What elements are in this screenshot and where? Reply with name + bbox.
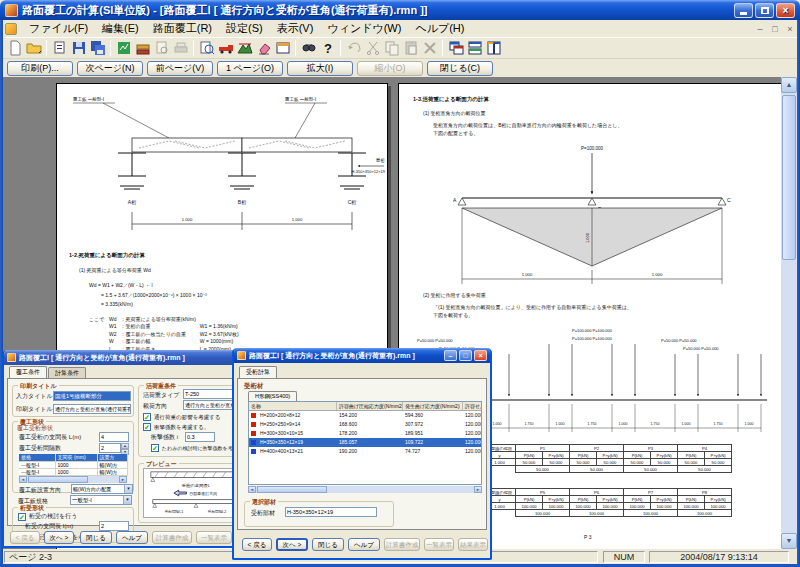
- list-view-button[interactable]: 一覧表示: [196, 531, 232, 544]
- help-button[interactable]: ヘルプ: [116, 531, 148, 544]
- help-icon[interactable]: ?: [318, 39, 337, 57]
- plate-direction-select[interactable]: 幅(W)方向の配置▼: [71, 484, 133, 494]
- zoom-region-icon[interactable]: [197, 39, 216, 57]
- create-report-button[interactable]: 計算書作成: [152, 531, 192, 544]
- print-button[interactable]: 印刷(P)...: [7, 61, 73, 76]
- list-view-button[interactable]: 一覧表示: [424, 538, 454, 551]
- span-length-field[interactable]: 4: [99, 432, 129, 442]
- terrain-section-icon[interactable]: [235, 39, 254, 57]
- maximize-button[interactable]: □: [459, 350, 472, 361]
- table-cell: P×y(kN): [651, 452, 678, 459]
- deflection-impact-checkbox[interactable]: ✓: [151, 444, 159, 452]
- back-button[interactable]: < 戻る: [242, 538, 272, 551]
- run-calculation-icon[interactable]: [114, 39, 133, 57]
- minimize-button[interactable]: [734, 3, 753, 18]
- print-preview-icon[interactable]: [152, 39, 171, 57]
- app-icon: [5, 4, 18, 17]
- girder-row[interactable]: H=350×350×12×19185.057109.722120.000: [249, 438, 481, 447]
- new-file-icon[interactable]: [5, 39, 24, 57]
- print-title-field[interactable]: 通行方向と受桁が直角(通行荷重有): [53, 404, 131, 414]
- bearing-check-checkbox[interactable]: ✓: [18, 513, 26, 521]
- paste-icon[interactable]: [401, 39, 420, 57]
- menu-romenfukkou[interactable]: 路面覆工(R): [146, 20, 219, 37]
- create-report-button[interactable]: 計算書作成: [384, 538, 420, 551]
- interval-table[interactable]: 規格支間長 (mm)設置方一般型-Ⅰ1000幅(W)方一般型-Ⅰ1000幅(W)…: [19, 454, 128, 476]
- girder-list[interactable]: 名称許容曲げ圧縮応力度(N/mm2)発生曲げ応力度(N/mm2)許容せん断応 H…: [248, 401, 482, 485]
- vehicle-load-icon[interactable]: [216, 39, 235, 57]
- menu-view[interactable]: 表示(V): [270, 20, 321, 37]
- next-button[interactable]: 次へ >: [276, 538, 308, 551]
- window-tile-icon[interactable]: [465, 39, 484, 57]
- spinner-buttons[interactable]: ▲▼: [121, 443, 129, 453]
- scroll-down-icon[interactable]: ▼: [781, 533, 797, 549]
- zoom-in-button[interactable]: 拡大(I): [287, 61, 353, 76]
- undo-icon[interactable]: [344, 39, 363, 57]
- column-header[interactable]: 許容曲げ圧縮応力度(N/mm2): [337, 402, 403, 410]
- find-icon[interactable]: [299, 39, 318, 57]
- tab-panel: 印刷タイトル 入力タイトル 国道1号線横断部分 印刷タイトル 通行方向と受桁が直…: [7, 378, 247, 526]
- girder-row[interactable]: H=250×250×9×14168.600307.972120.000: [249, 420, 481, 429]
- girder-row[interactable]: H=400×400×13×21190.20074.727120.000: [249, 447, 481, 456]
- window-layout-icon[interactable]: [273, 39, 292, 57]
- mdi-close-icon[interactable]: ×: [783, 24, 797, 34]
- svg-text:1.000: 1.000: [652, 272, 663, 277]
- input-title-field[interactable]: 国道1号線横断部分: [53, 391, 131, 401]
- menu-settings[interactable]: 設定(S): [219, 20, 270, 37]
- result-view-button[interactable]: 結果表示: [458, 538, 488, 551]
- print-icon[interactable]: [171, 39, 190, 57]
- close-button[interactable]: ×: [474, 350, 487, 361]
- traffic-load-checkbox[interactable]: ✓: [143, 413, 151, 421]
- table-h-scrollbar[interactable]: ◄►: [19, 476, 127, 483]
- window-cascade-icon[interactable]: [446, 39, 465, 57]
- close-dialog-button[interactable]: 閉じる: [312, 538, 344, 551]
- document-icon[interactable]: [5, 23, 17, 35]
- mdi-minimize-icon[interactable]: –: [753, 24, 767, 34]
- close-dialog-button[interactable]: 閉じる: [80, 531, 112, 544]
- girder-member-field[interactable]: H-350×350×12×19: [285, 507, 377, 517]
- menu-window[interactable]: ウィンドウ(W): [320, 20, 408, 37]
- list-h-scrollbar[interactable]: ◄►: [248, 486, 482, 493]
- open-file-icon[interactable]: [24, 39, 43, 57]
- bearing-span-field[interactable]: 2: [99, 521, 129, 531]
- minimize-button[interactable]: –: [444, 350, 457, 361]
- girder-row[interactable]: H=300×300×10×15178.200189.951120.000: [249, 429, 481, 438]
- print-preview-toolbar: 印刷(P)... 次ページ(N) 前ページ(V) 1 ページ(O) 拡大(I) …: [3, 59, 797, 77]
- maximize-button[interactable]: [755, 3, 774, 18]
- cut-icon[interactable]: [363, 39, 382, 57]
- next-button[interactable]: 次へ >: [44, 531, 74, 544]
- column-header[interactable]: 発生曲げ応力度(N/mm2): [403, 402, 463, 410]
- interval-count-field[interactable]: 2: [99, 443, 121, 453]
- impact-checkbox[interactable]: ✓: [143, 423, 151, 431]
- menu-edit[interactable]: 編集(E): [95, 20, 146, 37]
- scroll-up-icon[interactable]: ▲: [781, 77, 797, 93]
- vertical-scrollbar[interactable]: ▲ ▼: [781, 77, 797, 549]
- close-preview-button[interactable]: 閉じる(C): [427, 61, 493, 76]
- plate-standard-select[interactable]: 一般型-Ⅰ▼: [70, 495, 132, 505]
- scrollbar-thumb[interactable]: [782, 95, 796, 260]
- menu-file[interactable]: ファイル(F): [22, 20, 95, 37]
- help-button[interactable]: ヘルプ: [348, 538, 380, 551]
- dialog-title: 路面覆工Ⅰ [ 通行方向と受桁が直角(通行荷重有).rmn ]: [19, 353, 185, 363]
- girder-row[interactable]: H=200×200×8×12154.200594.360120.000: [249, 411, 481, 420]
- column-header[interactable]: 許容せん断応: [463, 402, 482, 410]
- load-data-icon[interactable]: [133, 39, 152, 57]
- save-icon[interactable]: [69, 39, 88, 57]
- mdi-restore-icon[interactable]: □: [768, 24, 782, 34]
- column-header[interactable]: 名称: [249, 402, 337, 410]
- one-page-button[interactable]: 1 ページ(O): [217, 61, 283, 76]
- prev-page-button[interactable]: 前ページ(V): [147, 61, 213, 76]
- erase-icon[interactable]: [254, 39, 273, 57]
- delete-icon[interactable]: [420, 39, 439, 57]
- menu-help[interactable]: ヘルプ(H): [408, 20, 471, 37]
- svg-text:1.750: 1.750: [714, 422, 723, 426]
- window-arrange-icon[interactable]: [484, 39, 503, 57]
- zoom-out-button[interactable]: 縮小(O): [357, 61, 423, 76]
- close-button[interactable]: ×: [776, 3, 795, 18]
- impact-factor-field[interactable]: 0.3: [185, 432, 215, 442]
- copy-icon[interactable]: [382, 39, 401, 57]
- svg-text:受桁間隔l-1: 受桁間隔l-1: [165, 509, 184, 514]
- next-page-button[interactable]: 次ページ(N): [77, 61, 143, 76]
- save-all-icon[interactable]: [88, 39, 107, 57]
- print-report-icon[interactable]: [50, 39, 69, 57]
- back-button[interactable]: < 戻る: [10, 531, 40, 544]
